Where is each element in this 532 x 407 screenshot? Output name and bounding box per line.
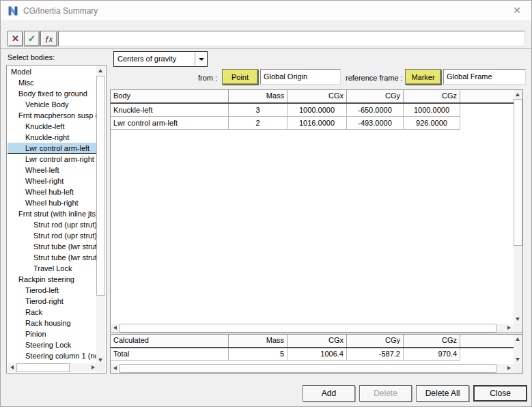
tree-horizontal-scrollbar[interactable]: [8, 363, 98, 372]
table-horizontal-scrollbar[interactable]: [111, 324, 514, 333]
scroll-up-icon[interactable]: [514, 335, 522, 343]
scroll-left-icon[interactable]: [8, 363, 16, 372]
table-cell: -650.0000: [347, 104, 404, 117]
scrollbar-thumb[interactable]: [120, 324, 496, 333]
tree-vertical-scrollbar[interactable]: [96, 66, 105, 365]
column-header: CGy: [347, 335, 404, 347]
from-value-field[interactable]: Global Origin: [260, 69, 341, 85]
column-header: CGy: [347, 90, 404, 102]
tree-item[interactable]: Strut rod (upr strut)-left: [8, 219, 96, 230]
scroll-down-icon[interactable]: [514, 355, 522, 364]
bodies-tree: ModelMiscBody fixed to groundVehicle Bod…: [6, 65, 107, 374]
function-builder-button[interactable]: ƒx: [40, 31, 57, 46]
column-header: CGz: [404, 90, 460, 102]
tree-item[interactable]: Strut tube (lwr strut)-left: [8, 241, 96, 252]
expression-input[interactable]: [58, 31, 525, 46]
chevron-down-icon[interactable]: [195, 53, 206, 66]
scroll-down-icon[interactable]: [514, 315, 522, 324]
tree-item[interactable]: Rackpin steering: [8, 274, 96, 285]
summary-type-select[interactable]: Centers of gravity: [113, 51, 208, 67]
tree-item[interactable]: Frnt strut (with inline jts): [8, 208, 96, 219]
scroll-right-icon[interactable]: [505, 364, 514, 373]
tree-item[interactable]: Misc: [8, 77, 96, 88]
tree-item[interactable]: Knuckle-right: [8, 132, 96, 143]
tree-item[interactable]: Wheel-left: [8, 165, 96, 176]
column-header: Mass: [229, 90, 288, 102]
tree-item[interactable]: Travel Lock: [8, 263, 96, 274]
delete-button: Delete: [359, 385, 412, 402]
tree-item[interactable]: Strut tube (lwr strut)-right: [8, 252, 96, 263]
tree-item[interactable]: Rack: [8, 307, 96, 318]
table-cell: -493.0000: [347, 117, 404, 130]
column-header: CGz: [404, 335, 460, 347]
calc-vertical-scrollbar[interactable]: [514, 335, 522, 364]
title-bar: CG/Inertia Summary ✕: [1, 1, 531, 21]
scrollbar-corner: [514, 324, 522, 333]
column-header: CGx: [288, 90, 347, 102]
tree-item[interactable]: Vehicle Body: [8, 99, 96, 110]
column-header: CGx: [288, 335, 347, 347]
window-close-icon[interactable]: ✕: [513, 5, 521, 16]
tree-item[interactable]: Tierod-right: [8, 296, 96, 307]
calculated-table-header: CalculatedMassCGxCGyCGz: [111, 335, 514, 348]
body-table-header: BodyMassCGxCGyCGz: [111, 90, 514, 104]
table-cell: Total: [111, 348, 229, 361]
column-header-spacer: [460, 90, 514, 102]
tree-item[interactable]: Tierod-left: [8, 285, 96, 296]
column-header-spacer: [460, 335, 514, 347]
tree-item[interactable]: Strut rod (upr strut)-right: [8, 230, 96, 241]
calculated-table: CalculatedMassCGxCGyCGz Total51006.4-587…: [110, 334, 523, 374]
tree-item[interactable]: Pinion: [8, 328, 96, 339]
tree-item[interactable]: Steering Lock: [8, 339, 96, 350]
footer-button-bar: AddDeleteDelete AllClose: [303, 385, 527, 402]
delete-all-button[interactable]: Delete All: [416, 385, 469, 402]
cancel-button[interactable]: ✕: [8, 31, 23, 46]
tree-item[interactable]: Model: [8, 66, 96, 77]
scroll-left-icon[interactable]: [111, 364, 120, 373]
table-cell: Knuckle-left: [111, 104, 229, 117]
body-table: BodyMassCGxCGyCGz Knuckle-left31000.0000…: [110, 89, 523, 333]
cancel-x-icon: ✕: [12, 33, 19, 44]
tree-item[interactable]: Body fixed to ground: [8, 88, 96, 99]
tree-item-selected[interactable]: Lwr control arm-left: [8, 143, 96, 154]
scroll-up-icon[interactable]: [96, 66, 105, 75]
column-header: Mass: [229, 335, 288, 347]
tree-item[interactable]: Wheel hub-left: [8, 186, 96, 197]
table-vertical-scrollbar[interactable]: [514, 90, 522, 324]
scrollbar-thumb[interactable]: [16, 363, 70, 372]
table-row[interactable]: Lwr control arm-left21016.0000-493.00009…: [111, 117, 460, 130]
tree-item[interactable]: Steering column 1 (not: [8, 350, 96, 361]
tree-item[interactable]: Lwr control arm-right: [8, 154, 96, 165]
column-header: Body: [111, 90, 229, 102]
close-button[interactable]: Close: [473, 385, 527, 402]
point-button[interactable]: Point: [222, 69, 258, 85]
marker-button[interactable]: Marker: [405, 69, 441, 85]
apply-button[interactable]: ✓: [24, 31, 40, 46]
select-bodies-label: Select bodies:: [8, 53, 55, 61]
tree-item[interactable]: Wheel-right: [8, 176, 96, 186]
table-cell: 1016.0000: [288, 117, 347, 130]
scrollbar-corner: [514, 364, 522, 373]
calc-horizontal-scrollbar[interactable]: [111, 364, 514, 373]
table-cell: 1000.0000: [404, 104, 460, 117]
reference-frame-field[interactable]: Global Frame: [443, 69, 526, 85]
reference-frame-label: reference frame :: [346, 74, 403, 82]
tree-item[interactable]: Knuckle-left: [8, 121, 96, 132]
table-cell: 2: [229, 117, 288, 130]
scroll-up-icon[interactable]: [514, 90, 522, 99]
tree-item[interactable]: Frnt macpherson susp (1: [8, 110, 96, 121]
from-label: from :: [198, 74, 217, 82]
tree-item[interactable]: Rack housing: [8, 318, 96, 328]
scrollbar-thumb[interactable]: [96, 76, 105, 296]
table-cell: 926.0000: [404, 117, 460, 130]
tree-item[interactable]: Wheel hub-right: [8, 197, 96, 208]
add-button[interactable]: Add: [303, 385, 355, 402]
table-row[interactable]: Total51006.4-587.2970.4: [111, 348, 460, 361]
cg-inertia-summary-dialog: CG/Inertia Summary ✕ ✕ ✓ ƒx Select bodie…: [0, 0, 532, 407]
scroll-right-icon[interactable]: [505, 324, 514, 333]
scrollbar-thumb[interactable]: [514, 99, 522, 246]
table-cell: Lwr control arm-left: [111, 117, 229, 130]
table-row[interactable]: Knuckle-left31000.0000-650.00001000.0000: [111, 104, 460, 117]
scroll-left-icon[interactable]: [111, 324, 120, 333]
scrollbar-thumb[interactable]: [120, 364, 496, 373]
